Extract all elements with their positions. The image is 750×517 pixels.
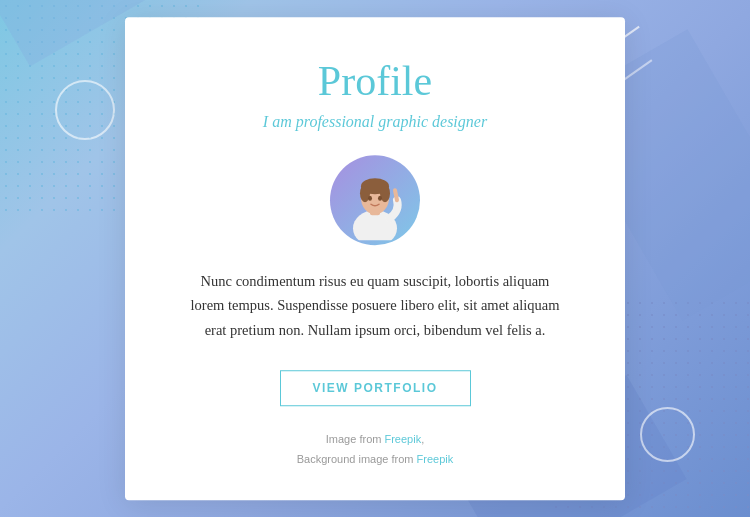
profile-description: Nunc condimentum risus eu quam suscipit,… <box>185 269 565 343</box>
freepik-link-2[interactable]: Freepik <box>417 453 454 465</box>
profile-title: Profile <box>185 57 565 105</box>
avatar-wrapper <box>185 155 565 245</box>
footer-line2: Background image from Freepik <box>185 450 565 470</box>
avatar-image <box>335 160 415 240</box>
circle-bottomright-decoration <box>640 407 695 462</box>
svg-line-8 <box>395 190 397 200</box>
card-footer: Image from Freepik, Background image fro… <box>185 431 565 471</box>
svg-point-7 <box>378 195 382 200</box>
footer-line1: Image from Freepik, <box>185 431 565 451</box>
view-portfolio-button[interactable]: VIEW PORTFOLIO <box>280 371 471 407</box>
circle-topleft-decoration <box>55 80 115 140</box>
freepik-link-1[interactable]: Freepik <box>384 434 421 446</box>
profile-subtitle: I am professional graphic designer <box>185 113 565 131</box>
profile-card: Profile I am professional graphic design… <box>125 17 625 501</box>
svg-point-6 <box>368 195 372 200</box>
avatar <box>330 155 420 245</box>
